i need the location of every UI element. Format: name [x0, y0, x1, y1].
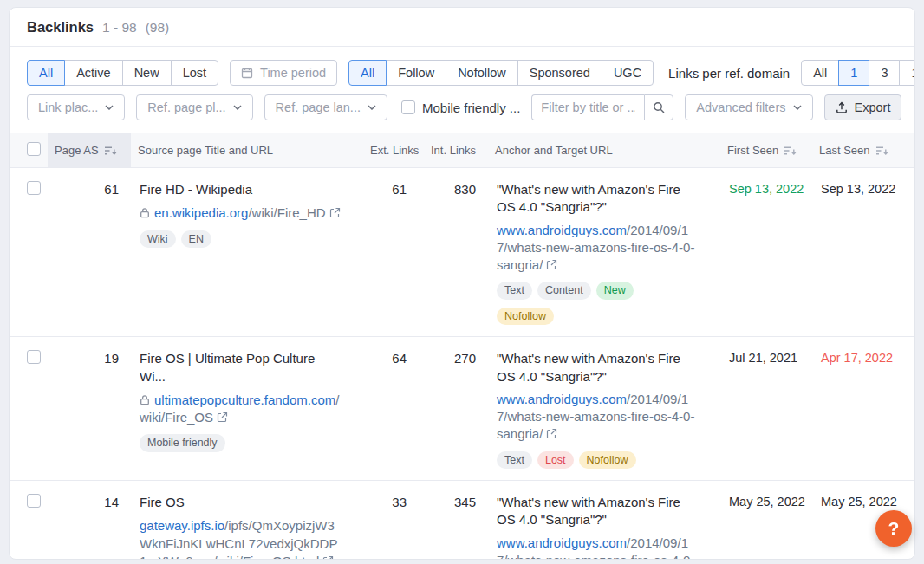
target-url-domain[interactable]: www.androidguys.com	[497, 392, 627, 406]
target-url[interactable]: www.androidguys.com/2014/09/17/whats-new…	[497, 391, 698, 444]
links-per-domain-1[interactable]: 1	[838, 60, 869, 86]
source-url-domain[interactable]: gateway.ipfs.io	[140, 518, 224, 533]
header-page-as-label: Page AS	[55, 144, 99, 157]
int-links-value: 830	[419, 168, 488, 337]
follow-filter-all[interactable]: All	[348, 60, 387, 86]
header-page-as[interactable]: Page AS	[48, 133, 131, 168]
follow-filter-ugc[interactable]: UGC	[602, 60, 654, 86]
chevron-down-icon	[368, 105, 376, 110]
target-url-domain[interactable]: www.androidguys.com	[497, 535, 627, 550]
header-first-seen[interactable]: First Seen	[720, 133, 812, 168]
follow-filter: All Follow Nofollow Sponsored UGC	[348, 60, 654, 86]
chevron-down-icon	[233, 105, 242, 110]
follow-filter-sponsored[interactable]: Sponsored	[517, 60, 602, 86]
external-link-icon[interactable]	[322, 555, 334, 560]
page-as-value: 61	[48, 168, 131, 337]
help-button[interactable]: ?	[875, 510, 912, 547]
header-source-label: Source page Title and URL	[138, 144, 273, 157]
page-as-value: 19	[48, 337, 131, 481]
chevron-down-icon	[105, 105, 114, 110]
badge-new: New	[596, 282, 634, 300]
result-range: 1 - 98	[102, 20, 137, 36]
export-icon	[836, 101, 848, 113]
source-url[interactable]: en.wikipedia.org/wiki/Fire_HD	[140, 204, 341, 222]
select-all-checkbox[interactable]	[27, 142, 41, 156]
link-placement-label: Link plac...	[38, 100, 98, 114]
status-filter-all[interactable]: All	[27, 60, 65, 86]
status-filter: All Active New Lost	[27, 60, 218, 86]
row-checkbox[interactable]	[27, 181, 41, 195]
badge-nofollow: Nofollow	[579, 451, 636, 470]
time-period-button[interactable]: Time period	[230, 60, 337, 86]
row-checkbox[interactable]	[27, 494, 41, 508]
source-url-domain[interactable]: en.wikipedia.org	[154, 205, 248, 220]
backlinks-card: Backlinks 1 - 98 (98) All Active New Los…	[9, 7, 915, 560]
mobile-friendly-checkbox[interactable]	[401, 100, 415, 114]
ext-links-value: 64	[363, 337, 419, 481]
export-label: Export	[855, 100, 891, 114]
time-period-label: Time period	[260, 66, 326, 80]
sort-icon[interactable]	[875, 146, 888, 156]
external-link-icon[interactable]	[217, 412, 228, 423]
source-url[interactable]: ultimatepopculture.fandom.com/wiki/Fire_…	[140, 392, 341, 427]
filters-toolbar: All Active New Lost Time period All Foll…	[10, 47, 914, 133]
row-checkbox[interactable]	[27, 350, 41, 364]
links-per-domain-all[interactable]: All	[801, 60, 839, 86]
follow-filter-nofollow[interactable]: Nofollow	[446, 60, 518, 86]
ext-links-value: 61	[363, 168, 419, 337]
calendar-icon	[241, 67, 253, 79]
sort-icon[interactable]	[784, 146, 797, 156]
badge-lost: Lost	[537, 451, 574, 470]
source-url-domain[interactable]: ultimatepopculture.fandom.com	[154, 392, 335, 407]
first-seen-value: Jul 21, 2021	[720, 337, 812, 481]
header-last-seen-label: Last Seen	[819, 144, 870, 157]
lock-icon	[140, 207, 150, 218]
advanced-filters-label: Advanced filters	[696, 100, 785, 114]
links-per-domain-3[interactable]: 3	[869, 60, 900, 86]
external-link-icon[interactable]	[546, 428, 557, 439]
search-icon	[653, 101, 665, 113]
header-ext-links: Ext. Links	[363, 133, 419, 168]
status-filter-new[interactable]: New	[122, 60, 172, 86]
target-url-domain[interactable]: www.androidguys.com	[497, 223, 627, 237]
header-source: Source page Title and URL	[131, 133, 363, 168]
advanced-filters-dropdown[interactable]: Advanced filters	[685, 94, 812, 120]
lock-icon	[140, 394, 150, 405]
badge-text: Text	[497, 282, 532, 300]
target-url[interactable]: www.androidguys.com/2014/09/17/whats-new…	[497, 535, 698, 561]
status-filter-lost[interactable]: Lost	[171, 60, 218, 86]
source-url[interactable]: gateway.ipfs.io/ipfs/QmXoypizjW3WknFiJnK…	[140, 517, 341, 560]
target-url[interactable]: www.androidguys.com/2014/09/17/whats-new…	[497, 222, 698, 275]
link-placement-dropdown[interactable]: Link plac...	[27, 94, 125, 120]
external-link-icon[interactable]	[329, 207, 341, 218]
backlinks-table: Page AS Source page Title and URL Ext. L…	[10, 133, 914, 560]
badge-mobile-friendly: Mobile friendly	[140, 434, 225, 452]
export-button[interactable]: Export	[824, 94, 902, 120]
anchor-text: "What's new with Amazon's Fire OS 4.0 "S…	[497, 181, 698, 217]
first-seen-value: May 25, 2022	[720, 481, 812, 561]
source-title: Fire OS | Ultimate Pop Culture Wi...	[140, 350, 341, 386]
follow-filter-follow[interactable]: Follow	[386, 60, 446, 86]
source-title: Fire HD - Wikipedia	[140, 181, 341, 198]
search-input[interactable]	[531, 94, 644, 120]
links-per-domain-10[interactable]: 10	[899, 60, 915, 86]
links-per-domain-filter: All 1 3 10	[801, 60, 915, 86]
header-anchor: Anchor and Target URL	[488, 133, 720, 168]
source-badges: Mobile friendly	[140, 426, 341, 452]
filter-row-1: All Active New Lost Time period All Foll…	[27, 60, 897, 86]
source-url-path[interactable]: /wiki/Fire_HD	[248, 205, 325, 220]
table-row: 61 Fire HD - Wikipedia en.wikipedia.org/…	[10, 168, 914, 337]
ref-page-platform-dropdown[interactable]: Ref. page pl...	[136, 94, 252, 120]
status-filter-active[interactable]: Active	[64, 60, 123, 86]
badge-en: EN	[181, 230, 211, 249]
header-anchor-label: Anchor and Target URL	[495, 144, 613, 157]
search-button[interactable]	[644, 94, 673, 120]
sort-icon[interactable]	[104, 146, 117, 156]
anchor-badges: TextContentNewNofollow	[497, 274, 698, 325]
mobile-friendly-filter: Mobile friendly ...	[401, 100, 520, 115]
select-all-header	[10, 133, 48, 168]
header-last-seen[interactable]: Last Seen	[812, 133, 914, 168]
ref-page-language-dropdown[interactable]: Ref. page lan...	[264, 94, 387, 120]
external-link-icon[interactable]	[546, 259, 557, 270]
badge-text: Text	[497, 451, 532, 470]
